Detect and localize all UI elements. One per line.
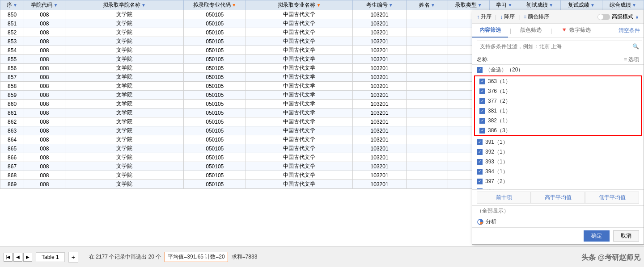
- table-cell[interactable]: [406, 64, 448, 73]
- table-cell[interactable]: 中国古代文学: [246, 171, 353, 180]
- table-cell[interactable]: 103201: [353, 10, 406, 19]
- table-cell[interactable]: 008: [24, 180, 65, 189]
- table-cell[interactable]: 中国古代文学: [246, 91, 353, 100]
- table-cell[interactable]: 103201: [353, 28, 406, 37]
- table-cell[interactable]: 文学院: [65, 135, 184, 144]
- table-cell[interactable]: [406, 100, 448, 108]
- show-all-text[interactable]: （全部显示）: [472, 206, 644, 216]
- table-cell[interactable]: 050105: [184, 46, 246, 55]
- checkbox-397[interactable]: [477, 179, 483, 184]
- examno-filter-icon[interactable]: ▼: [389, 3, 393, 8]
- table-cell[interactable]: 868: [0, 171, 24, 180]
- filter-item-377[interactable]: 377（2）: [475, 96, 641, 106]
- table-cell[interactable]: 103201: [353, 108, 406, 117]
- table-cell[interactable]: 869: [0, 180, 24, 189]
- filter-item-391[interactable]: 391（1）: [472, 137, 644, 147]
- filter-item-392[interactable]: 392（1）: [472, 147, 644, 157]
- table-cell[interactable]: 103201: [353, 100, 406, 108]
- table-cell[interactable]: 103201: [353, 162, 406, 171]
- filter-search-input[interactable]: [477, 41, 642, 52]
- table-cell[interactable]: 103201: [353, 180, 406, 189]
- table-cell[interactable]: 103201: [353, 46, 406, 55]
- table-cell[interactable]: 中国古代文学: [246, 64, 353, 73]
- checkbox-363[interactable]: [479, 79, 485, 84]
- table-cell[interactable]: [406, 55, 448, 64]
- table-cell[interactable]: 050105: [184, 100, 246, 108]
- table-cell[interactable]: 103201: [353, 73, 406, 82]
- col-header-maj-code[interactable]: 拟录取专业代码 ▼: [184, 0, 246, 10]
- table-cell[interactable]: 050105: [184, 171, 246, 180]
- table-cell[interactable]: 103201: [353, 37, 406, 46]
- tab-number-filter[interactable]: 🔻 数字筛选: [554, 24, 597, 38]
- table-cell[interactable]: 中国古代文学: [246, 10, 353, 19]
- table-cell[interactable]: [406, 162, 448, 171]
- table-cell[interactable]: [406, 73, 448, 82]
- table-cell[interactable]: 中国古代文学: [246, 108, 353, 117]
- table-cell[interactable]: [406, 91, 448, 100]
- checkbox-377[interactable]: [479, 98, 485, 104]
- table-cell[interactable]: 852: [0, 28, 24, 37]
- table-cell[interactable]: 文学院: [65, 171, 184, 180]
- filter-item-393[interactable]: 393（1）: [472, 157, 644, 167]
- table-cell[interactable]: 103201: [353, 19, 406, 28]
- table-cell[interactable]: 866: [0, 153, 24, 162]
- table-cell[interactable]: 050105: [184, 91, 246, 100]
- table-cell[interactable]: 008: [24, 64, 65, 73]
- table-cell[interactable]: 008: [24, 153, 65, 162]
- table-cell[interactable]: 863: [0, 126, 24, 135]
- table-cell[interactable]: 050105: [184, 126, 246, 135]
- table-cell[interactable]: 中国古代文学: [246, 180, 353, 189]
- color-sort-btn[interactable]: ≡ 颜色排序: [523, 13, 549, 21]
- table-cell[interactable]: [406, 82, 448, 91]
- table-cell[interactable]: 008: [24, 144, 65, 153]
- nav-first-btn[interactable]: |◀: [4, 253, 13, 262]
- table-cell[interactable]: 文学院: [65, 55, 184, 64]
- table-cell[interactable]: 中国古代文学: [246, 135, 353, 144]
- table-cell[interactable]: 中国古代文学: [246, 100, 353, 108]
- table-cell[interactable]: 中国古代文学: [246, 153, 353, 162]
- col-header-total-score[interactable]: 综合成绩 ▼: [602, 0, 644, 10]
- table-cell[interactable]: 008: [24, 91, 65, 100]
- table-cell[interactable]: 103201: [353, 64, 406, 73]
- table-cell[interactable]: 861: [0, 108, 24, 117]
- above-avg-btn[interactable]: 高于平均值: [531, 192, 585, 204]
- filter-item-382[interactable]: 382（1）: [475, 116, 641, 125]
- table-cell[interactable]: 008: [24, 46, 65, 55]
- desc-sort-btn[interactable]: ↓ 降序: [500, 13, 515, 21]
- table-cell[interactable]: 050105: [184, 108, 246, 117]
- col-header-college-name[interactable]: 拟录取学院名称 ▼: [65, 0, 184, 10]
- table-cell[interactable]: 050105: [184, 55, 246, 64]
- toggle-switch[interactable]: [597, 14, 610, 20]
- clear-condition-btn[interactable]: 清空条件: [619, 27, 640, 34]
- filter-item-376[interactable]: 376（1）: [475, 86, 641, 96]
- table-cell[interactable]: [406, 10, 448, 19]
- table-cell[interactable]: 050105: [184, 153, 246, 162]
- nav-prev-btn[interactable]: ◀: [13, 253, 22, 262]
- advanced-mode-toggle[interactable]: 高级模式 ∨: [597, 13, 639, 21]
- table-cell[interactable]: 862: [0, 117, 24, 126]
- table-cell[interactable]: 文学院: [65, 100, 184, 108]
- table-cell[interactable]: [406, 19, 448, 28]
- checkbox-376[interactable]: [479, 88, 485, 94]
- top-ten-btn[interactable]: 前十项: [477, 192, 531, 204]
- table-cell[interactable]: 008: [24, 135, 65, 144]
- table-cell[interactable]: [406, 46, 448, 55]
- table-cell[interactable]: 850: [0, 10, 24, 19]
- table-cell[interactable]: 050105: [184, 162, 246, 171]
- table-cell[interactable]: 008: [24, 82, 65, 91]
- table-cell[interactable]: [406, 180, 448, 189]
- type-filter-icon[interactable]: ▼: [478, 3, 482, 8]
- table-cell[interactable]: 050105: [184, 10, 246, 19]
- table-cell[interactable]: 008: [24, 100, 65, 108]
- filter-item-381[interactable]: 381（1）: [475, 106, 641, 116]
- table-cell[interactable]: 文学院: [65, 153, 184, 162]
- col-header-study[interactable]: 学习 ▼: [489, 0, 519, 10]
- table-cell[interactable]: [406, 171, 448, 180]
- asc-sort-btn[interactable]: ↑ 升序: [477, 13, 491, 21]
- table1-tab[interactable]: Table 1: [36, 252, 65, 262]
- table-cell[interactable]: 050105: [184, 180, 246, 189]
- table-cell[interactable]: 103201: [353, 91, 406, 100]
- table-cell[interactable]: 008: [24, 55, 65, 64]
- table-cell[interactable]: 860: [0, 100, 24, 108]
- checkbox-391[interactable]: [477, 139, 483, 145]
